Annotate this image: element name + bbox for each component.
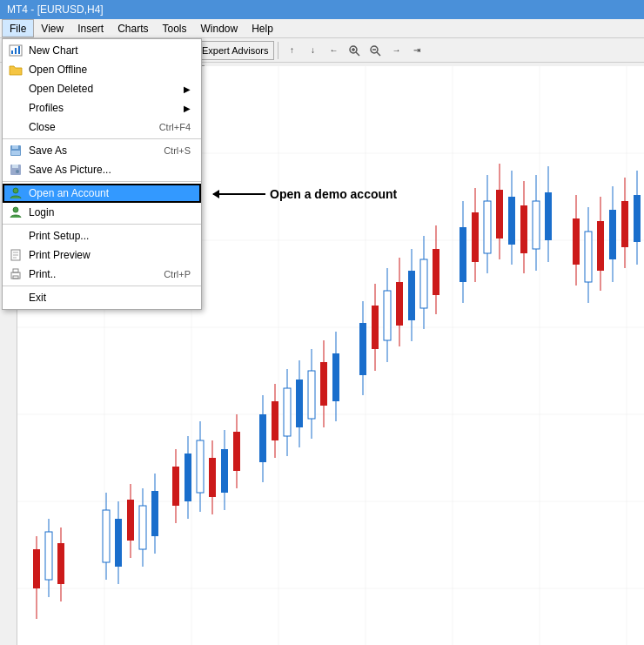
svg-rect-161: [11, 50, 13, 54]
new-chart-label: New Chart: [29, 44, 78, 57]
svg-rect-51: [127, 500, 134, 541]
sep1: [3, 138, 201, 139]
menu-close[interactable]: Close Ctrl+F4: [3, 118, 201, 137]
menu-save-as[interactable]: Save As Ctrl+S: [3, 141, 201, 160]
menu-window[interactable]: Window: [194, 19, 245, 37]
svg-rect-60: [172, 467, 179, 506]
save-as-icon: [8, 143, 23, 158]
new-chart-icon: [8, 43, 23, 58]
save-as-shortcut: Ctrl+S: [164, 145, 191, 156]
profiles-icon: [8, 100, 23, 116]
close-icon: [8, 119, 23, 135]
login-label: Login: [29, 206, 54, 218]
menu-print-preview[interactable]: Print Preview: [3, 245, 201, 265]
menu-file[interactable]: File: [2, 19, 34, 37]
close-label: Close: [29, 121, 56, 133]
open-account-icon: [8, 185, 23, 201]
svg-rect-108: [396, 282, 403, 326]
menu-exit[interactable]: Exit: [3, 288, 201, 307]
svg-rect-147: [585, 232, 592, 282]
open-offline-label: Open Offline: [29, 64, 87, 76]
svg-rect-132: [508, 197, 515, 245]
svg-rect-168: [12, 165, 18, 168]
open-account-label: Open an Account: [29, 187, 109, 199]
menu-insert[interactable]: Insert: [70, 19, 111, 37]
menu-open-account[interactable]: Open an Account: [3, 184, 201, 203]
menu-print-setup[interactable]: Print Setup...: [3, 226, 201, 245]
annotation-container: Open a demo account: [213, 187, 397, 201]
svg-rect-129: [496, 190, 503, 239]
svg-rect-141: [545, 192, 552, 240]
svg-rect-45: [103, 510, 110, 562]
chart-rightmost-btn[interactable]: ⇥: [407, 41, 426, 60]
svg-rect-177: [13, 269, 18, 272]
title-bar: MT4 - [EURUSD,H4]: [0, 0, 644, 19]
annotation-text: Open a demo account: [270, 187, 397, 201]
chart-left-btn[interactable]: ←: [324, 41, 343, 60]
svg-rect-126: [484, 201, 491, 253]
menu-view[interactable]: View: [34, 19, 70, 37]
menu-save-as-picture[interactable]: Save As Picture...: [3, 160, 201, 179]
svg-rect-111: [408, 271, 415, 320]
menu-print[interactable]: Print.. Ctrl+P: [3, 265, 201, 284]
svg-rect-39: [45, 532, 52, 580]
login-icon: [8, 205, 23, 220]
chart-down-btn[interactable]: ↓: [303, 41, 322, 60]
svg-rect-135: [520, 205, 527, 253]
svg-rect-123: [472, 212, 479, 262]
svg-rect-163: [18, 46, 20, 54]
svg-rect-144: [573, 218, 580, 265]
svg-rect-178: [13, 276, 18, 279]
svg-rect-66: [197, 440, 204, 493]
open-deleted-label: Open Deleted: [29, 83, 93, 95]
print-setup-label: Print Setup...: [29, 230, 89, 242]
save-as-picture-label: Save As Picture...: [29, 164, 111, 176]
exit-label: Exit: [29, 292, 46, 304]
title-text: MT4 - [EURUSD,H4]: [7, 3, 104, 16]
zoom-out-btn[interactable]: [366, 41, 385, 60]
svg-rect-54: [139, 506, 146, 549]
sep3: [278, 42, 278, 59]
print-preview-icon: [8, 247, 23, 263]
zoom-in-btn[interactable]: [345, 41, 364, 60]
svg-rect-138: [533, 201, 540, 249]
svg-rect-81: [272, 401, 278, 440]
chart-up-btn[interactable]: ↑: [282, 41, 301, 60]
sep2: [3, 181, 201, 182]
svg-rect-162: [15, 48, 17, 54]
svg-point-170: [13, 188, 18, 193]
svg-rect-165: [12, 145, 18, 149]
svg-rect-72: [221, 449, 228, 493]
menu-open-offline[interactable]: Open Offline: [3, 60, 201, 79]
svg-rect-117: [433, 249, 439, 295]
open-deleted-arrow: ▶: [184, 84, 191, 94]
svg-point-169: [16, 170, 19, 173]
svg-rect-166: [11, 151, 20, 155]
svg-rect-90: [308, 371, 315, 419]
menu-profiles[interactable]: Profiles ▶: [3, 98, 201, 118]
svg-rect-99: [359, 323, 366, 375]
print-setup-icon: [8, 228, 23, 244]
chart-right-btn[interactable]: →: [386, 41, 406, 60]
sep4: [3, 286, 201, 286]
svg-rect-84: [284, 388, 291, 436]
profiles-arrow: ▶: [184, 104, 191, 113]
menu-tools[interactable]: Tools: [156, 19, 194, 37]
svg-rect-42: [57, 543, 64, 584]
open-offline-icon: [8, 62, 23, 77]
file-dropdown-menu: New Chart Open Offline Open Deleted ▶ Pr…: [2, 38, 202, 310]
menu-login[interactable]: Login: [3, 203, 201, 222]
svg-rect-156: [621, 201, 628, 247]
svg-line-16: [377, 52, 380, 56]
menu-new-chart[interactable]: New Chart: [3, 41, 201, 60]
menu-charts[interactable]: Charts: [111, 19, 155, 37]
menu-help[interactable]: Help: [245, 19, 280, 37]
svg-rect-153: [609, 210, 616, 259]
sep3: [3, 224, 201, 225]
save-as-picture-icon: [8, 162, 23, 178]
svg-rect-96: [332, 353, 339, 401]
menu-open-deleted[interactable]: Open Deleted ▶: [3, 79, 201, 98]
svg-rect-75: [233, 432, 240, 471]
svg-rect-63: [184, 454, 191, 501]
svg-rect-159: [634, 195, 641, 242]
